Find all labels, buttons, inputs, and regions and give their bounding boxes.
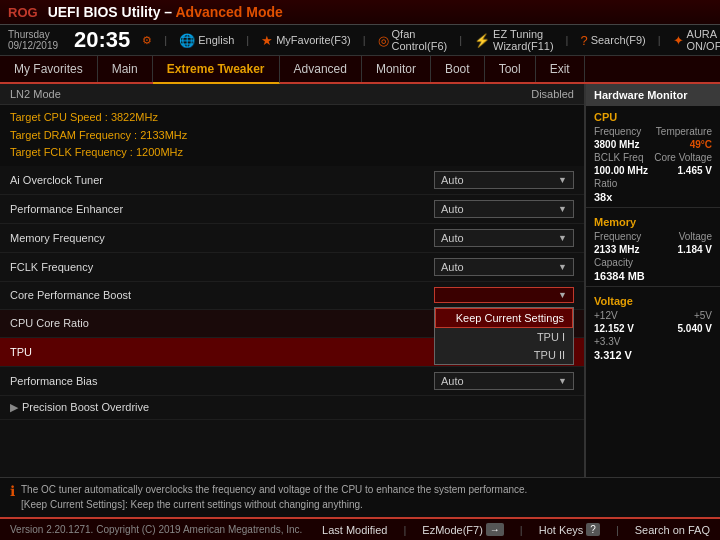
dropdown-arrow: ▼ (558, 290, 567, 300)
rog-logo: ROG (8, 5, 38, 20)
performance-enhancer-dropdown[interactable]: Auto ▼ (434, 200, 574, 218)
cpu-freq-temp-labels: Frequency Temperature (586, 125, 720, 138)
search-label: Search(F9) (591, 34, 646, 46)
precision-boost-label: Precision Boost Overdrive (22, 401, 149, 413)
target-fclk-freq: Target FCLK Frequency : 1200MHz (10, 144, 574, 162)
left-panel: LN2 Mode Disabled Target CPU Speed : 382… (0, 84, 585, 477)
33v-label: +3.3V (594, 336, 620, 347)
language-button[interactable]: 🌐 English (179, 33, 234, 48)
dropdown-arrow: ▼ (558, 233, 567, 243)
hotkeys-key: ? (586, 523, 600, 536)
bclk-voltage-values: 100.00 MHz 1.465 V (586, 164, 720, 177)
aura-icon: ✦ (673, 33, 684, 48)
performance-enhancer-value: Auto (441, 203, 464, 215)
qfan-button[interactable]: ◎ Qfan Control(F6) (378, 28, 448, 52)
mem-capacity-value: 16384 MB (586, 269, 720, 283)
aura-label: AURA ON/OFF(F4) (687, 28, 720, 52)
globe-icon: 🌐 (179, 33, 195, 48)
option-tpu-ii[interactable]: TPU II (435, 346, 573, 364)
memory-section-title: Memory (586, 211, 720, 230)
target-cpu-speed: Target CPU Speed : 3822MHz (10, 109, 574, 127)
core-voltage-label: Core Voltage (654, 152, 712, 163)
ez-tuning-label: EZ Tuning Wizard(F11) (493, 28, 554, 52)
core-performance-boost-label: Core Performance Boost (10, 289, 434, 301)
option-tpu-i[interactable]: TPU I (435, 328, 573, 346)
tab-my-favorites[interactable]: My Favorites (0, 56, 98, 82)
ezmode-button[interactable]: EzMode(F7) → (422, 523, 504, 536)
precision-boost-row[interactable]: ▶ Precision Boost Overdrive (0, 396, 584, 420)
option-keep-current[interactable]: Keep Current Settings (435, 308, 573, 328)
cpu-temperature-value: 49°C (690, 139, 712, 150)
performance-bias-value: Auto (441, 375, 464, 387)
mode-label: Advanced Mode (175, 4, 282, 20)
core-performance-boost-dropdown[interactable]: ▼ (434, 287, 574, 303)
ezmode-label: EzMode(F7) (422, 524, 483, 536)
mem-freq-voltage-labels: Frequency Voltage (586, 230, 720, 243)
target-info: Target CPU Speed : 3822MHz Target DRAM F… (0, 105, 584, 166)
5v-label: +5V (694, 310, 712, 321)
cpu-temperature-label: Temperature (656, 126, 712, 137)
footer-buttons: Last Modified | EzMode(F7) → | Hot Keys … (322, 523, 710, 536)
last-modified-button[interactable]: Last Modified (322, 524, 387, 536)
app-title: UEFI BIOS Utility – Advanced Mode (48, 4, 712, 20)
fclk-frequency-value: Auto (441, 261, 464, 273)
cpb-dropdown-popup[interactable]: Keep Current Settings TPU I TPU II (434, 307, 574, 365)
myfavorite-button[interactable]: ★ MyFavorite(F3) (261, 33, 351, 48)
ezmode-key: → (486, 523, 504, 536)
title-bar: ROG UEFI BIOS Utility – Advanced Mode (0, 0, 720, 25)
tab-exit[interactable]: Exit (536, 56, 585, 82)
core-voltage-value: 1.465 V (678, 165, 712, 176)
hardware-monitor-title: Hardware Monitor (586, 84, 720, 106)
ai-overclock-dropdown[interactable]: Auto ▼ (434, 171, 574, 189)
memory-frequency-dropdown[interactable]: Auto ▼ (434, 229, 574, 247)
myfavorite-label: MyFavorite(F3) (276, 34, 351, 46)
nav-tabs: My Favorites Main Extreme Tweaker Advanc… (0, 56, 720, 84)
ln2-row: LN2 Mode Disabled (0, 84, 584, 105)
mem-voltage-value: 1.184 V (678, 244, 712, 255)
tab-main[interactable]: Main (98, 56, 153, 82)
mem-capacity-label-row: Capacity (586, 256, 720, 269)
ratio-label: Ratio (594, 178, 617, 189)
right-panel: Hardware Monitor CPU Frequency Temperatu… (585, 84, 720, 477)
memory-frequency-row: Memory Frequency Auto ▼ (0, 224, 584, 253)
12v-5v-values: 12.152 V 5.040 V (586, 322, 720, 335)
memory-frequency-label: Memory Frequency (10, 232, 434, 244)
hotkeys-button[interactable]: Hot Keys ? (539, 523, 600, 536)
cpu-section-title: CPU (586, 106, 720, 125)
ez-tuning-button[interactable]: ⚡ EZ Tuning Wizard(F11) (474, 28, 554, 52)
tab-monitor[interactable]: Monitor (362, 56, 431, 82)
search-button[interactable]: ? Search(F9) (580, 33, 645, 48)
language-label: English (198, 34, 234, 46)
fan-icon: ◎ (378, 33, 389, 48)
tab-tool[interactable]: Tool (485, 56, 536, 82)
ratio-label-row: Ratio (586, 177, 720, 190)
search-faq-button[interactable]: Search on FAQ (635, 524, 710, 536)
performance-bias-row: Performance Bias Auto ▼ (0, 367, 584, 396)
info-text: The OC tuner automatically overclocks th… (21, 482, 527, 512)
bclk-freq-value: 100.00 MHz (594, 165, 648, 176)
tuning-icon: ⚡ (474, 33, 490, 48)
12v-5v-labels: +12V +5V (586, 309, 720, 322)
bclk-freq-label: BCLK Freq (594, 152, 643, 163)
memory-frequency-value: Auto (441, 232, 464, 244)
ln2-label: LN2 Mode (10, 88, 61, 100)
performance-bias-label: Performance Bias (10, 375, 434, 387)
fclk-frequency-dropdown[interactable]: Auto ▼ (434, 258, 574, 276)
main-content: LN2 Mode Disabled Target CPU Speed : 382… (0, 84, 720, 477)
aura-button[interactable]: ✦ AURA ON/OFF(F4) (673, 28, 720, 52)
fclk-frequency-row: FCLK Frequency Auto ▼ (0, 253, 584, 282)
voltage-section-title: Voltage (586, 290, 720, 309)
core-performance-boost-row: Core Performance Boost ▼ Keep Current Se… (0, 282, 584, 310)
tab-boot[interactable]: Boot (431, 56, 485, 82)
gear-icon[interactable]: ⚙ (142, 34, 152, 47)
footer-bar: Version 2.20.1271. Copyright (C) 2019 Am… (0, 517, 720, 540)
performance-bias-dropdown[interactable]: Auto ▼ (434, 372, 574, 390)
last-modified-label: Last Modified (322, 524, 387, 536)
tab-extreme-tweaker[interactable]: Extreme Tweaker (153, 56, 280, 84)
qfan-label: Qfan Control(F6) (392, 28, 448, 52)
info-bar: Thursday 09/12/2019 20:35 ⚙ | 🌐 English … (0, 25, 720, 56)
5v-value: 5.040 V (678, 323, 712, 334)
tab-advanced[interactable]: Advanced (280, 56, 362, 82)
info-icon: ℹ (10, 483, 15, 499)
performance-enhancer-row: Performance Enhancer Auto ▼ (0, 195, 584, 224)
